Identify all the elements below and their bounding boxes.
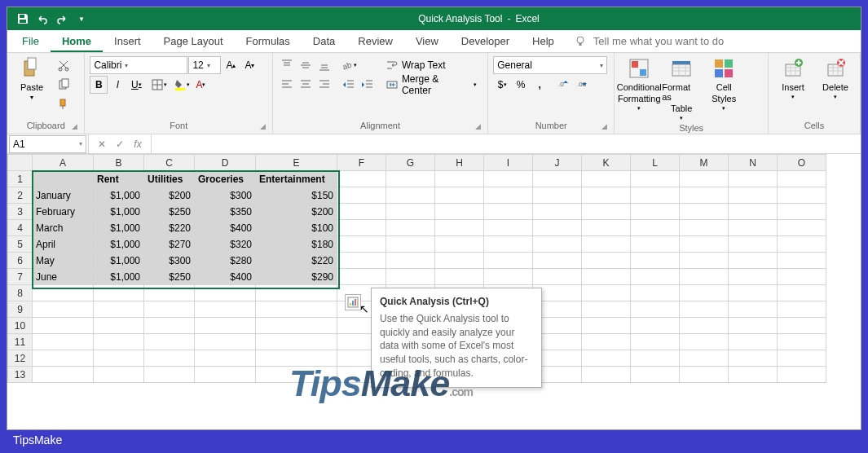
row-header-11[interactable]: 11 (8, 334, 33, 350)
cell-L3[interactable] (631, 204, 680, 220)
col-header-G[interactable]: G (386, 155, 435, 171)
cell-L13[interactable] (631, 367, 680, 383)
cell-A8[interactable] (33, 285, 94, 301)
cell-G3[interactable] (386, 204, 435, 220)
paste-button[interactable]: Paste ▾ (12, 56, 51, 101)
cell-O6[interactable] (778, 253, 826, 269)
cell-L10[interactable] (631, 318, 680, 334)
cell-H7[interactable] (435, 269, 484, 285)
cell-A7[interactable]: June (33, 269, 94, 285)
cell-O3[interactable] (778, 204, 826, 220)
cell-O5[interactable] (778, 236, 826, 253)
name-box[interactable]: A1▾ (9, 135, 86, 153)
cell-I4[interactable] (484, 220, 533, 236)
alignment-launcher-icon[interactable]: ◢ (475, 122, 481, 130)
currency-icon[interactable]: $ ▾ (493, 76, 511, 94)
tab-formulas[interactable]: Formulas (235, 31, 302, 52)
row-header-12[interactable]: 12 (8, 350, 33, 367)
cell-L7[interactable] (631, 269, 680, 285)
col-header-O[interactable]: O (778, 155, 826, 171)
enter-icon[interactable]: ✓ (112, 136, 128, 152)
italic-button[interactable]: I (108, 76, 126, 94)
number-format-combo[interactable]: General▾ (493, 56, 607, 74)
cell-C4[interactable]: $220 (144, 220, 195, 236)
save-icon[interactable] (15, 11, 30, 26)
col-header-H[interactable]: H (435, 155, 484, 171)
tab-data[interactable]: Data (302, 31, 346, 52)
increase-indent-icon[interactable] (359, 76, 377, 94)
cell-K2[interactable] (582, 187, 631, 204)
cell-D9[interactable] (195, 301, 256, 318)
tab-view[interactable]: View (404, 31, 450, 52)
cell-C2[interactable]: $200 (144, 187, 195, 204)
merge-center-button[interactable]: Merge & Center ▾ (380, 76, 482, 94)
cell-F3[interactable] (337, 204, 386, 220)
cell-D5[interactable]: $320 (195, 236, 256, 253)
formula-input[interactable] (152, 135, 861, 153)
cell-I2[interactable] (484, 187, 533, 204)
align-bottom-icon[interactable] (315, 56, 333, 74)
row-header-9[interactable]: 9 (8, 301, 33, 318)
cell-B11[interactable] (94, 334, 144, 350)
cell-O2[interactable] (778, 187, 826, 204)
cell-L11[interactable] (631, 334, 680, 350)
cell-A4[interactable]: March (33, 220, 94, 236)
cell-A11[interactable] (33, 334, 94, 350)
cell-D8[interactable] (195, 285, 256, 301)
cell-O12[interactable] (778, 350, 826, 367)
cell-K13[interactable] (582, 367, 631, 383)
col-header-L[interactable]: L (631, 155, 680, 171)
cell-M13[interactable] (680, 367, 729, 383)
cell-D12[interactable] (195, 350, 256, 367)
cell-M4[interactable] (680, 220, 729, 236)
cell-N11[interactable] (729, 334, 778, 350)
cell-styles-button[interactable]: CellStyles▾ (704, 56, 743, 112)
cell-J7[interactable] (533, 269, 582, 285)
cell-H4[interactable] (435, 220, 484, 236)
cell-N7[interactable] (729, 269, 778, 285)
cell-D11[interactable] (195, 334, 256, 350)
row-header-6[interactable]: 6 (8, 253, 33, 269)
row-header-1[interactable]: 1 (8, 171, 33, 187)
number-launcher-icon[interactable]: ◢ (601, 122, 607, 130)
col-header-I[interactable]: I (484, 155, 533, 171)
conditional-formatting-button[interactable]: ConditionalFormatting▾ (619, 56, 659, 112)
cell-A6[interactable]: May (33, 253, 94, 269)
align-top-icon[interactable] (278, 56, 296, 74)
delete-button[interactable]: Delete▾ (816, 56, 855, 100)
cell-E2[interactable]: $150 (256, 187, 337, 204)
insert-button[interactable]: Insert▾ (773, 56, 813, 100)
cell-K7[interactable] (582, 269, 631, 285)
cell-E5[interactable]: $180 (256, 236, 337, 253)
cell-G1[interactable] (386, 171, 435, 187)
cell-F1[interactable] (337, 171, 386, 187)
cell-N3[interactable] (729, 204, 778, 220)
cell-K4[interactable] (582, 220, 631, 236)
cell-A2[interactable]: January (33, 187, 94, 204)
cell-B2[interactable]: $1,000 (94, 187, 144, 204)
clipboard-launcher-icon[interactable]: ◢ (72, 122, 77, 130)
cell-K11[interactable] (582, 334, 631, 350)
col-header-F[interactable]: F (337, 155, 386, 171)
underline-button[interactable]: U ▾ (127, 76, 145, 94)
tab-page-layout[interactable]: Page Layout (152, 31, 235, 52)
cell-H2[interactable] (435, 187, 484, 204)
cell-G4[interactable] (386, 220, 435, 236)
cell-B6[interactable]: $1,000 (94, 253, 144, 269)
font-launcher-icon[interactable]: ◢ (260, 122, 266, 130)
col-header-K[interactable]: K (582, 155, 631, 171)
cell-N5[interactable] (729, 236, 778, 253)
cell-F4[interactable] (337, 220, 386, 236)
cell-L2[interactable] (631, 187, 680, 204)
cell-N2[interactable] (729, 187, 778, 204)
cell-O11[interactable] (778, 334, 826, 350)
cell-N1[interactable] (729, 171, 778, 187)
cell-M6[interactable] (680, 253, 729, 269)
cell-N13[interactable] (729, 367, 778, 383)
cell-K3[interactable] (582, 204, 631, 220)
row-header-2[interactable]: 2 (8, 187, 33, 204)
qat-more-icon[interactable]: ▼ (74, 11, 89, 26)
cell-O13[interactable] (778, 367, 826, 383)
cell-H1[interactable] (435, 171, 484, 187)
cell-M12[interactable] (680, 350, 729, 367)
